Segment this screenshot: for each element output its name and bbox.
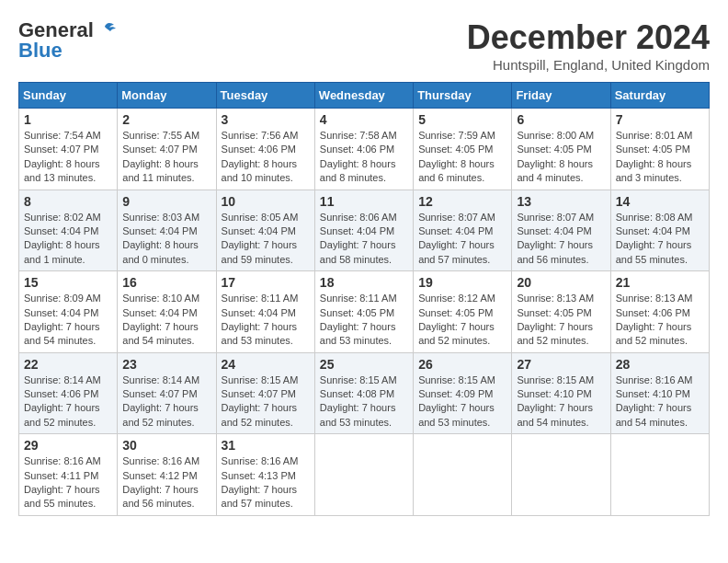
calendar-cell: 13 Sunrise: 8:07 AM Sunset: 4:04 PM Dayl…: [512, 190, 610, 271]
calendar-cell: 20 Sunrise: 8:13 AM Sunset: 4:05 PM Dayl…: [512, 271, 610, 353]
calendar-week-row: 22 Sunrise: 8:14 AM Sunset: 4:06 PM Dayl…: [19, 352, 710, 434]
day-info: Sunrise: 8:14 AM Sunset: 4:06 PM Dayligh…: [24, 373, 112, 431]
day-number: 26: [418, 357, 506, 372]
day-number: 25: [320, 357, 408, 372]
calendar-cell: 12 Sunrise: 8:07 AM Sunset: 4:04 PM Dayl…: [414, 190, 512, 271]
calendar-cell: 15 Sunrise: 8:09 AM Sunset: 4:04 PM Dayl…: [19, 271, 118, 353]
calendar-cell: 27 Sunrise: 8:15 AM Sunset: 4:10 PM Dayl…: [512, 352, 610, 434]
day-info: Sunrise: 8:07 AM Sunset: 4:04 PM Dayligh…: [418, 211, 506, 268]
day-number: 7: [616, 112, 704, 127]
logo-bird-icon: [96, 20, 116, 40]
calendar-cell: [610, 434, 709, 516]
day-number: 18: [320, 275, 408, 290]
day-number: 16: [122, 275, 210, 290]
day-number: 8: [24, 194, 112, 209]
day-info: Sunrise: 8:16 AM Sunset: 4:10 PM Dayligh…: [616, 373, 704, 431]
day-number: 5: [418, 112, 506, 127]
calendar-cell: 5 Sunrise: 7:59 AM Sunset: 4:05 PM Dayli…: [414, 109, 512, 190]
day-number: 15: [24, 275, 112, 290]
day-number: 11: [320, 194, 408, 209]
month-title: December 2024: [467, 18, 710, 57]
calendar-cell: 9 Sunrise: 8:03 AM Sunset: 4:04 PM Dayli…: [118, 190, 216, 271]
calendar-cell: [414, 434, 512, 516]
calendar-cell: 26 Sunrise: 8:15 AM Sunset: 4:09 PM Dayl…: [414, 352, 512, 434]
day-number: 20: [517, 275, 605, 290]
calendar-cell: 6 Sunrise: 8:00 AM Sunset: 4:05 PM Dayli…: [512, 109, 610, 190]
calendar-cell: 22 Sunrise: 8:14 AM Sunset: 4:06 PM Dayl…: [19, 352, 118, 434]
day-info: Sunrise: 8:11 AM Sunset: 4:04 PM Dayligh…: [222, 292, 310, 349]
calendar-cell: [512, 434, 610, 516]
day-number: 4: [320, 112, 408, 127]
calendar-cell: 4 Sunrise: 7:58 AM Sunset: 4:06 PM Dayli…: [314, 109, 413, 190]
day-info: Sunrise: 8:05 AM Sunset: 4:04 PM Dayligh…: [222, 211, 310, 268]
day-info: Sunrise: 8:16 AM Sunset: 4:13 PM Dayligh…: [222, 454, 310, 511]
col-saturday: Saturday: [610, 83, 709, 109]
calendar-cell: 29 Sunrise: 8:16 AM Sunset: 4:11 PM Dayl…: [19, 434, 118, 516]
calendar-cell: 7 Sunrise: 8:01 AM Sunset: 4:05 PM Dayli…: [610, 109, 709, 190]
day-number: 29: [24, 438, 112, 453]
day-info: Sunrise: 8:11 AM Sunset: 4:05 PM Dayligh…: [320, 292, 408, 349]
day-info: Sunrise: 7:55 AM Sunset: 4:07 PM Dayligh…: [122, 129, 210, 186]
day-info: Sunrise: 7:54 AM Sunset: 4:07 PM Dayligh…: [24, 129, 112, 186]
calendar-cell: 25 Sunrise: 8:15 AM Sunset: 4:08 PM Dayl…: [314, 352, 413, 434]
day-info: Sunrise: 8:01 AM Sunset: 4:05 PM Dayligh…: [616, 129, 704, 186]
calendar-cell: 11 Sunrise: 8:06 AM Sunset: 4:04 PM Dayl…: [314, 190, 413, 271]
day-number: 31: [222, 438, 310, 453]
day-info: Sunrise: 8:15 AM Sunset: 4:08 PM Dayligh…: [320, 373, 408, 431]
day-number: 17: [222, 275, 310, 290]
location: Huntspill, England, United Kingdom: [467, 57, 710, 73]
calendar-week-row: 1 Sunrise: 7:54 AM Sunset: 4:07 PM Dayli…: [19, 109, 710, 190]
day-number: 28: [616, 357, 704, 372]
day-info: Sunrise: 8:02 AM Sunset: 4:04 PM Dayligh…: [24, 211, 112, 268]
day-number: 21: [616, 275, 704, 290]
calendar-cell: 2 Sunrise: 7:55 AM Sunset: 4:07 PM Dayli…: [118, 109, 216, 190]
day-info: Sunrise: 8:13 AM Sunset: 4:06 PM Dayligh…: [616, 292, 704, 349]
calendar-cell: 24 Sunrise: 8:15 AM Sunset: 4:07 PM Dayl…: [216, 352, 314, 434]
calendar-cell: 31 Sunrise: 8:16 AM Sunset: 4:13 PM Dayl…: [216, 434, 314, 516]
calendar-cell: 8 Sunrise: 8:02 AM Sunset: 4:04 PM Dayli…: [19, 190, 118, 271]
logo-blue-text: Blue: [18, 39, 63, 63]
day-info: Sunrise: 8:07 AM Sunset: 4:04 PM Dayligh…: [517, 211, 605, 268]
day-number: 12: [418, 194, 506, 209]
day-number: 23: [122, 357, 210, 372]
day-info: Sunrise: 8:16 AM Sunset: 4:12 PM Dayligh…: [122, 454, 210, 511]
calendar-cell: 10 Sunrise: 8:05 AM Sunset: 4:04 PM Dayl…: [216, 190, 314, 271]
day-info: Sunrise: 8:12 AM Sunset: 4:05 PM Dayligh…: [418, 292, 506, 349]
day-number: 10: [222, 194, 310, 209]
calendar-week-row: 15 Sunrise: 8:09 AM Sunset: 4:04 PM Dayl…: [19, 271, 710, 353]
day-info: Sunrise: 8:15 AM Sunset: 4:07 PM Dayligh…: [222, 373, 310, 431]
day-number: 6: [517, 112, 605, 127]
calendar-table: Sunday Monday Tuesday Wednesday Thursday…: [18, 82, 710, 516]
day-number: 13: [517, 194, 605, 209]
day-number: 19: [418, 275, 506, 290]
day-info: Sunrise: 8:06 AM Sunset: 4:04 PM Dayligh…: [320, 211, 408, 268]
day-number: 9: [122, 194, 210, 209]
calendar-cell: 19 Sunrise: 8:12 AM Sunset: 4:05 PM Dayl…: [414, 271, 512, 353]
day-number: 24: [222, 357, 310, 372]
day-info: Sunrise: 8:08 AM Sunset: 4:04 PM Dayligh…: [616, 211, 704, 268]
calendar-week-row: 29 Sunrise: 8:16 AM Sunset: 4:11 PM Dayl…: [19, 434, 710, 516]
calendar-cell: 18 Sunrise: 8:11 AM Sunset: 4:05 PM Dayl…: [314, 271, 413, 353]
day-info: Sunrise: 8:00 AM Sunset: 4:05 PM Dayligh…: [517, 129, 605, 186]
day-number: 2: [122, 112, 210, 127]
col-friday: Friday: [512, 83, 610, 109]
title-block: December 2024 Huntspill, England, United…: [467, 18, 710, 73]
col-sunday: Sunday: [19, 83, 118, 109]
col-thursday: Thursday: [414, 83, 512, 109]
calendar-cell: 17 Sunrise: 8:11 AM Sunset: 4:04 PM Dayl…: [216, 271, 314, 353]
col-wednesday: Wednesday: [314, 83, 413, 109]
day-info: Sunrise: 7:56 AM Sunset: 4:06 PM Dayligh…: [222, 129, 310, 186]
day-info: Sunrise: 8:16 AM Sunset: 4:11 PM Dayligh…: [24, 454, 112, 511]
day-info: Sunrise: 7:58 AM Sunset: 4:06 PM Dayligh…: [320, 129, 408, 186]
calendar-cell: 23 Sunrise: 8:14 AM Sunset: 4:07 PM Dayl…: [118, 352, 216, 434]
day-number: 14: [616, 194, 704, 209]
day-number: 30: [122, 438, 210, 453]
calendar-cell: 16 Sunrise: 8:10 AM Sunset: 4:04 PM Dayl…: [118, 271, 216, 353]
calendar-cell: 30 Sunrise: 8:16 AM Sunset: 4:12 PM Dayl…: [118, 434, 216, 516]
day-info: Sunrise: 8:13 AM Sunset: 4:05 PM Dayligh…: [517, 292, 605, 349]
day-number: 1: [24, 112, 112, 127]
day-info: Sunrise: 8:09 AM Sunset: 4:04 PM Dayligh…: [24, 292, 112, 349]
calendar-cell: 21 Sunrise: 8:13 AM Sunset: 4:06 PM Dayl…: [610, 271, 709, 353]
calendar-cell: 28 Sunrise: 8:16 AM Sunset: 4:10 PM Dayl…: [610, 352, 709, 434]
calendar-cell: 14 Sunrise: 8:08 AM Sunset: 4:04 PM Dayl…: [610, 190, 709, 271]
